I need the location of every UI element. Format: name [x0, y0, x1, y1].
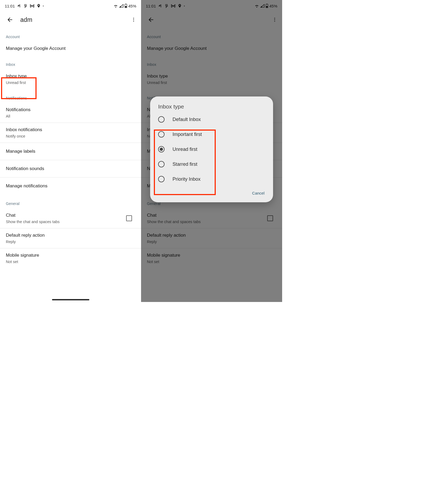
manage-labels-row[interactable]: Manage labels — [0, 143, 141, 160]
status-bar: 11:01 • ! 45% — [0, 0, 141, 12]
app-icon-2 — [23, 4, 28, 8]
mobile-signature-title: Mobile signature — [147, 252, 276, 259]
back-button[interactable] — [146, 14, 157, 25]
slack-icon — [17, 4, 21, 8]
notifications-sub: All — [6, 114, 135, 119]
notifications-title: Notifications — [6, 107, 135, 113]
status-left: 11:01 • — [146, 4, 185, 8]
gmail-icon — [171, 4, 175, 8]
radio-priority-inbox[interactable]: Priority Inbox — [150, 172, 273, 187]
inbox-type-title: Inbox type — [147, 73, 276, 79]
radio-label: Priority Inbox — [173, 176, 201, 182]
svg-point-13 — [274, 21, 275, 22]
chat-sub: Show the chat and spaces tabs — [147, 219, 267, 224]
radio-icon — [158, 161, 165, 167]
radio-label: Unread first — [173, 147, 197, 152]
inbox-type-row[interactable]: Inbox type Unread first — [0, 69, 141, 89]
chat-sub: Show the chat and spaces tabs — [6, 219, 126, 224]
svg-rect-2 — [125, 4, 126, 4]
section-account-label: Account — [0, 28, 141, 42]
notifications-row[interactable]: Notifications All — [0, 103, 141, 123]
battery-icon — [266, 4, 268, 8]
slack-icon — [158, 4, 162, 8]
mobile-signature-row[interactable]: Mobile signature Not set — [141, 248, 282, 268]
status-right: ! 45% — [254, 4, 277, 8]
default-reply-row[interactable]: Default reply action Reply — [141, 228, 282, 248]
signal-icon: ! — [260, 4, 265, 8]
svg-text:!: ! — [263, 6, 264, 8]
screen-settings-right: 11:01 • ! 45% Account Manage your Google… — [141, 0, 282, 302]
overflow-menu-button[interactable] — [269, 14, 280, 25]
inbox-notifications-row[interactable]: Inbox notifications Notify once — [0, 123, 141, 143]
cancel-button[interactable]: Cancel — [250, 189, 266, 197]
app-bar: adm — [0, 12, 141, 28]
svg-rect-3 — [125, 6, 127, 7]
notification-sounds-title: Notification sounds — [6, 166, 135, 172]
navigation-pill[interactable] — [52, 299, 89, 300]
section-inbox-label: Inbox — [141, 55, 282, 69]
battery-percent: 45% — [269, 4, 277, 8]
status-right: ! 45% — [113, 4, 136, 8]
dialog-title: Inbox type — [150, 103, 273, 112]
radio-label: Important first — [173, 132, 202, 137]
section-notifications-label: Notifications — [0, 89, 141, 103]
app-icon-2 — [165, 4, 169, 8]
location-icon — [37, 4, 41, 8]
overflow-menu-button[interactable] — [128, 14, 139, 25]
svg-text:!: ! — [122, 6, 123, 8]
chat-title: Chat — [6, 212, 126, 219]
svg-point-12 — [274, 19, 275, 20]
mobile-signature-sub: Not set — [147, 259, 276, 264]
default-reply-row[interactable]: Default reply action Reply — [0, 228, 141, 248]
location-icon — [178, 4, 182, 8]
inbox-type-dialog: Inbox type Default Inbox Important first… — [150, 96, 273, 202]
radio-unread-first[interactable]: Unread first — [150, 142, 273, 157]
manage-notifications-row[interactable]: Manage notifications — [0, 178, 141, 195]
chat-row[interactable]: Chat Show the chat and spaces tabs — [0, 208, 141, 228]
manage-account-title: Manage your Google Account — [147, 45, 276, 52]
notification-sounds-row[interactable]: Notification sounds — [0, 160, 141, 177]
default-reply-sub: Reply — [147, 239, 276, 244]
radio-important-first[interactable]: Important first — [150, 127, 273, 142]
manage-labels-title: Manage labels — [6, 148, 135, 155]
back-button[interactable] — [5, 14, 15, 25]
status-dot: • — [184, 5, 185, 7]
radio-icon — [158, 176, 165, 182]
battery-percent: 45% — [128, 4, 136, 8]
svg-point-6 — [133, 21, 134, 22]
status-time: 11:01 — [5, 4, 15, 8]
radio-starred-first[interactable]: Starred first — [150, 157, 273, 172]
mobile-signature-row[interactable]: Mobile signature Not set — [0, 248, 141, 268]
svg-rect-10 — [266, 6, 268, 7]
radio-icon-selected — [158, 146, 165, 152]
svg-point-11 — [274, 18, 275, 19]
manage-notifications-title: Manage notifications — [6, 183, 135, 189]
signal-icon: ! — [119, 4, 123, 8]
status-bar: 11:01 • ! 45% — [141, 0, 282, 12]
app-bar — [141, 12, 282, 28]
status-dot: • — [43, 5, 44, 7]
gmail-icon — [30, 4, 34, 8]
inbox-type-row[interactable]: Inbox type Unread first — [141, 69, 282, 89]
radio-label: Starred first — [173, 162, 197, 167]
status-left: 11:01 • — [5, 4, 44, 8]
manage-google-account-row[interactable]: Manage your Google Account — [141, 42, 282, 55]
navigation-pill[interactable] — [193, 299, 230, 300]
mobile-signature-title: Mobile signature — [6, 252, 135, 259]
section-account-label: Account — [141, 28, 282, 42]
default-reply-sub: Reply — [6, 239, 135, 244]
chat-checkbox[interactable] — [126, 215, 132, 221]
chat-row[interactable]: Chat Show the chat and spaces tabs — [141, 208, 282, 228]
inbox-type-sub: Unread first — [147, 80, 276, 85]
section-inbox-label: Inbox — [0, 55, 141, 69]
default-reply-title: Default reply action — [6, 232, 135, 239]
dialog-actions: Cancel — [150, 187, 273, 199]
radio-icon — [158, 131, 165, 138]
manage-account-title: Manage your Google Account — [6, 45, 135, 52]
chat-checkbox[interactable] — [267, 215, 273, 221]
status-time: 11:01 — [146, 4, 156, 8]
manage-google-account-row[interactable]: Manage your Google Account — [0, 42, 141, 55]
radio-icon — [158, 116, 165, 123]
radio-default-inbox[interactable]: Default Inbox — [150, 112, 273, 127]
svg-point-5 — [133, 19, 134, 20]
